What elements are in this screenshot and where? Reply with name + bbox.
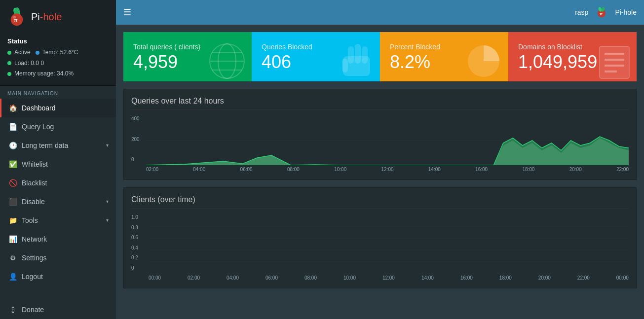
sidebar-logo: π Pi-hole [0, 0, 116, 34]
y-axis-clients: 1.0 0.8 0.6 0.4 0.2 0 [131, 214, 149, 281]
x-label: 22:00 [577, 275, 590, 281]
status-memory: Memory usage: 34.0% [14, 69, 74, 79]
y-label: 0.6 [131, 235, 146, 240]
chart-queries-24h: Queries over last 24 hours 400 200 0 [123, 89, 637, 180]
x-label: 04:00 [227, 275, 239, 281]
x-label: 14:00 [428, 167, 441, 172]
stat-label-domains-blocklist: Domains on Blocklist [518, 43, 597, 51]
svg-rect-20 [600, 46, 629, 78]
y-label: 200 [131, 137, 144, 142]
svg-text:π: π [14, 17, 18, 23]
svg-rect-18 [342, 59, 348, 72]
home-icon: 🏠 [9, 104, 17, 112]
x-label: 02:00 [188, 275, 200, 281]
sidebar-item-label: Dashboard [22, 104, 109, 112]
stat-card-domains-blocklist: Domains on Blocklist 1,049,959 [508, 32, 637, 81]
sidebar-item-label: Logout [22, 273, 109, 281]
x-label: 10:00 [343, 275, 356, 281]
sidebar-item-query-log[interactable]: 📄 Query Log [0, 117, 116, 136]
chart-queries-inner: 02:00 04:00 06:00 08:00 10:00 12:00 14:0… [146, 116, 629, 172]
y-label: 0.4 [131, 245, 146, 250]
content-area: Total queries ( clients) 4,959 Quer [116, 25, 644, 319]
globe-icon [207, 41, 247, 81]
x-label: 18:00 [499, 275, 512, 281]
sidebar-item-label: Whitelist [22, 160, 109, 168]
chart-clients-title: Clients (over time) [131, 195, 629, 209]
status-active: Active [14, 47, 31, 58]
status-temp: Temp: 52.6°C [42, 47, 78, 58]
svg-rect-15 [348, 46, 354, 64]
x-label: 12:00 [381, 167, 393, 172]
pihole-logo-icon: π [7, 7, 26, 26]
x-label: 20:00 [538, 275, 551, 281]
sidebar-item-logout[interactable]: 👤 Logout [0, 267, 116, 286]
hamburger-menu[interactable]: ☰ [123, 7, 131, 18]
topbar-left: ☰ [123, 7, 131, 18]
x-label: 22:00 [616, 167, 629, 172]
x-label: 12:00 [382, 275, 395, 281]
y-label: 0 [131, 265, 146, 271]
stat-card-percent-blocked: Percent Blocked 8.2% [380, 32, 508, 81]
sidebar-item-donate[interactable]: ₿ Donate [0, 300, 116, 319]
topbar: ☰ rasp π Pi-hole [116, 0, 644, 25]
topbar-username: rasp [575, 8, 588, 16]
svg-marker-29 [146, 137, 629, 165]
stat-label-total-queries: Total queries ( clients) [133, 43, 200, 51]
active-dot [7, 51, 11, 55]
sidebar-item-blacklist[interactable]: 🚫 Blacklist [0, 174, 116, 192]
status-load: Load: 0.0 0 [14, 58, 44, 69]
sidebar-item-disable[interactable]: ⬛ Disable ▾ [0, 192, 116, 211]
load-dot [7, 61, 11, 65]
sidebar: π Pi-hole Status Active Temp: 52.6°C Loa… [0, 0, 116, 319]
sidebar-item-whitelist[interactable]: ✅ Whitelist [0, 155, 116, 174]
chart-clients: Clients (over time) 1.0 0.8 0.6 0.4 0.2 … [123, 187, 637, 288]
sidebar-item-label: Long term data [22, 142, 101, 149]
x-label: 08:00 [287, 167, 300, 172]
stat-value-percent-blocked: 8.2% [390, 53, 440, 71]
x-label: 04:00 [193, 167, 205, 172]
app-title: Pi-hole [31, 11, 62, 23]
sidebar-item-label: Tools [22, 216, 101, 224]
chevron-down-icon: ▾ [106, 217, 109, 223]
sidebar-item-label: Blacklist [22, 179, 109, 187]
x-axis-clients: 00:00 02:00 04:00 06:00 08:00 10:00 12:0… [149, 275, 629, 281]
topbar-appname: Pi-hole [615, 8, 637, 16]
hand-stop-icon [338, 41, 375, 81]
x-label: 00:00 [149, 275, 161, 281]
chart-queries-wrapper: 400 200 0 [131, 116, 629, 172]
status-memory-row: Memory usage: 34.0% [7, 69, 109, 79]
x-label: 14:00 [421, 275, 434, 281]
status-box: Status Active Temp: 52.6°C Load: 0.0 0 M… [0, 34, 116, 86]
main-content: ☰ rasp π Pi-hole Total queries ( clients… [116, 0, 644, 319]
sidebar-item-tools[interactable]: 📁 Tools ▾ [0, 211, 116, 230]
document-icon: 📄 [9, 123, 17, 131]
stat-value-queries-blocked: 406 [262, 53, 312, 71]
memory-dot [7, 72, 11, 76]
sidebar-item-network[interactable]: 📊 Network [0, 230, 116, 248]
stat-label-queries-blocked: Queries Blocked [262, 43, 312, 51]
square-icon: ⬛ [9, 198, 17, 206]
x-label: 06:00 [240, 167, 253, 172]
sidebar-item-label: Network [22, 235, 109, 243]
temp-dot [36, 51, 39, 55]
chart-clients-inner: 00:00 02:00 04:00 06:00 08:00 10:00 12:0… [149, 214, 629, 281]
list-icon [597, 44, 632, 81]
x-label: 18:00 [522, 167, 534, 172]
x-label: 10:00 [334, 167, 346, 172]
y-label: 0 [131, 157, 144, 162]
y-label: 0.2 [131, 255, 146, 260]
chevron-down-icon: ▾ [106, 199, 109, 204]
sidebar-item-label: Settings [22, 254, 109, 262]
chevron-down-icon: ▾ [106, 142, 109, 148]
sidebar-item-dashboard[interactable]: 🏠 Dashboard [0, 99, 116, 117]
sidebar-item-long-term-data[interactable]: 🕐 Long term data ▾ [0, 136, 116, 155]
stat-card-queries-blocked: Queries Blocked 406 [252, 32, 380, 81]
y-label: 1.0 [131, 214, 146, 220]
topbar-right: rasp π Pi-hole [575, 6, 637, 18]
stat-value-total-queries: 4,959 [133, 53, 200, 71]
folder-icon: 📁 [9, 216, 17, 224]
stat-label-percent-blocked: Percent Blocked [390, 43, 440, 51]
x-label: 02:00 [146, 167, 158, 172]
sidebar-item-settings[interactable]: ⚙ Settings [0, 248, 116, 267]
status-active-row: Active Temp: 52.6°C [7, 47, 109, 58]
